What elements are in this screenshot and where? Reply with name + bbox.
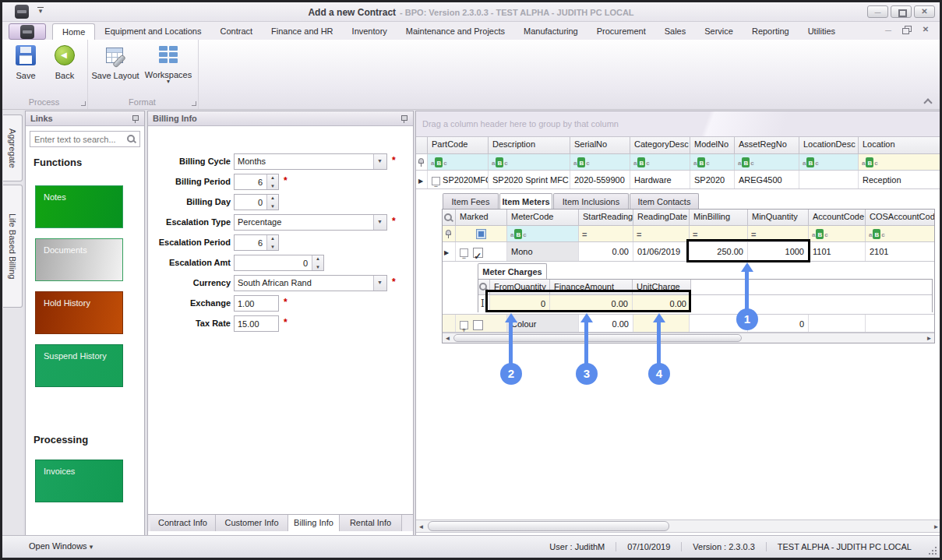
mdi-close-button[interactable]	[919, 24, 932, 36]
chevron-down-icon[interactable]	[373, 215, 386, 230]
search-icon[interactable]	[443, 210, 456, 225]
filter-description[interactable]	[489, 154, 570, 170]
filter-location[interactable]	[859, 154, 941, 170]
checkbox-unchecked[interactable]	[473, 320, 483, 330]
escalation-period-input[interactable]	[235, 236, 265, 249]
cell-serialno[interactable]: 2020-559900	[570, 171, 630, 188]
collapse-icon[interactable]	[460, 248, 468, 257]
save-layout-button[interactable]: Save Layout	[90, 44, 141, 92]
filter-serialno[interactable]	[570, 154, 630, 170]
mdi-restore-button[interactable]	[901, 24, 913, 36]
ribbon-tab-home[interactable]: Home	[52, 23, 95, 40]
column-header-location[interactable]: Location	[859, 137, 941, 153]
mdi-minimize-button[interactable]	[882, 24, 894, 36]
cell-locationdesc[interactable]	[799, 171, 859, 188]
cell-metercode[interactable]: Colour	[507, 315, 579, 332]
escalation-amt-input[interactable]	[235, 256, 310, 269]
cell-accountcode[interactable]	[809, 315, 866, 332]
ribbon-tab-equipment-and-locations[interactable]: Equipment and Locations	[95, 23, 210, 40]
escalation-amt-spinner[interactable]	[234, 255, 324, 271]
tab-item-fees[interactable]: Item Fees	[443, 193, 499, 209]
filter-accountcode[interactable]	[809, 226, 866, 241]
checkbox-checked[interactable]	[473, 248, 483, 258]
tab-customer-info[interactable]: Customer Info	[216, 515, 288, 531]
close-button[interactable]	[914, 5, 935, 18]
ribbon-tab-sales[interactable]: Sales	[655, 23, 696, 40]
tab-item-inclusions[interactable]: Item Inclusions	[553, 193, 629, 209]
grid-horizontal-scrollbar[interactable]	[416, 519, 941, 533]
search-icon[interactable]	[127, 135, 136, 144]
cell-startreading[interactable]: 0.00	[579, 242, 633, 261]
exchange-input[interactable]	[235, 297, 277, 310]
cell-cosaccountcode[interactable]	[866, 315, 934, 332]
column-header-partcode[interactable]: PartCode	[428, 137, 489, 153]
column-header-accountcode[interactable]: AccountCode	[809, 210, 866, 225]
tax-rate-input[interactable]	[235, 317, 277, 330]
tab-item-meters[interactable]: Item Meters	[499, 193, 552, 209]
dialog-launcher-icon[interactable]	[192, 101, 196, 106]
filter-locationdesc[interactable]	[799, 154, 859, 170]
scroll-right-icon[interactable]	[924, 333, 934, 343]
billing-cycle-dropdown[interactable]: Months	[234, 153, 387, 170]
column-header-minquantity[interactable]: MinQuantity	[748, 210, 809, 225]
ribbon-tab-contract[interactable]: Contract	[211, 23, 263, 40]
column-header-modelno[interactable]: ModelNo	[690, 137, 735, 153]
column-header-readingdate[interactable]: ReadingDate	[633, 210, 690, 225]
scrollbar-thumb[interactable]	[453, 334, 742, 342]
hold-history-button[interactable]: Hold History	[35, 291, 123, 334]
dialog-launcher-icon[interactable]	[81, 101, 86, 106]
ribbon-tab-reporting[interactable]: Reporting	[743, 23, 799, 40]
exchange-field[interactable]	[234, 295, 279, 312]
grid-data-row[interactable]: SP2020MFC SP2020 Sprint MFC 2020-559900 …	[416, 171, 941, 189]
filter-readingdate[interactable]	[633, 226, 690, 241]
cell-categorydesc[interactable]: Hardware	[630, 171, 690, 188]
cell-accountcode[interactable]: 1101	[809, 242, 866, 261]
filter-modelno[interactable]	[690, 154, 735, 170]
maximize-button[interactable]	[891, 5, 912, 18]
column-header-metercode[interactable]: MeterCode	[507, 210, 579, 225]
expand-icon[interactable]	[460, 321, 468, 329]
group-by-panel[interactable]: Drag a column header here to group by th…	[416, 111, 941, 137]
dock-tab-aggregate[interactable]: Aggregate	[3, 114, 23, 181]
cell-readingdate[interactable]: 01/06/2019	[633, 242, 690, 261]
search-input[interactable]	[33, 132, 122, 146]
ribbon-tab-inventory[interactable]: Inventory	[343, 23, 397, 40]
billing-period-spinner[interactable]	[234, 174, 279, 190]
currency-dropdown[interactable]: South African Rand	[234, 275, 387, 291]
chevron-down-icon[interactable]	[373, 276, 386, 291]
column-header-cosaccountcode[interactable]: COSAccountCode	[866, 210, 934, 225]
cell-modelno[interactable]: SP2020	[690, 171, 735, 188]
filter-partcode[interactable]	[428, 154, 489, 170]
tax-rate-field[interactable]	[234, 315, 279, 332]
column-header-description[interactable]: Description	[489, 137, 570, 153]
scroll-right-icon[interactable]	[931, 520, 941, 532]
scroll-left-icon[interactable]	[416, 520, 426, 532]
filter-metercode[interactable]	[507, 226, 579, 241]
subgrid-horizontal-scrollbar[interactable]	[443, 333, 934, 343]
collapse-icon[interactable]	[432, 177, 440, 185]
cell-marked[interactable]	[456, 242, 507, 261]
workspaces-button[interactable]: Workspaces ▾	[143, 44, 194, 92]
filter-pin-icon[interactable]	[416, 154, 428, 170]
quick-access-dropdown-icon[interactable]	[35, 5, 46, 16]
column-header-startreading[interactable]: StartReading	[579, 210, 633, 225]
column-header-locationdesc[interactable]: LocationDesc	[799, 137, 859, 153]
filter-categorydesc[interactable]	[630, 154, 690, 170]
cell-partcode[interactable]: SP2020MFC	[428, 171, 489, 188]
ribbon-tab-service[interactable]: Service	[695, 23, 743, 40]
tab-billing-info[interactable]: Billing Info	[288, 515, 340, 531]
back-button[interactable]: Back	[43, 44, 86, 92]
escalation-period-spinner[interactable]	[234, 234, 279, 251]
open-windows-button[interactable]: Open Windows ▾	[29, 541, 93, 551]
scroll-left-icon[interactable]	[443, 333, 453, 343]
cell-marked[interactable]	[456, 315, 507, 332]
tab-rental-info[interactable]: Rental Info	[340, 515, 402, 531]
suspend-history-button[interactable]: Suspend History	[35, 344, 123, 387]
filter-marked[interactable]	[456, 226, 507, 241]
cell-description[interactable]: SP2020 Sprint MFC	[489, 171, 570, 188]
checkbox-indeterminate[interactable]	[476, 229, 486, 239]
ribbon-tab-utilities[interactable]: Utilities	[799, 23, 845, 40]
filter-cosaccountcode[interactable]	[866, 226, 934, 241]
column-header-assetregno[interactable]: AssetRegNo	[735, 137, 799, 153]
app-icon[interactable]	[15, 5, 29, 19]
